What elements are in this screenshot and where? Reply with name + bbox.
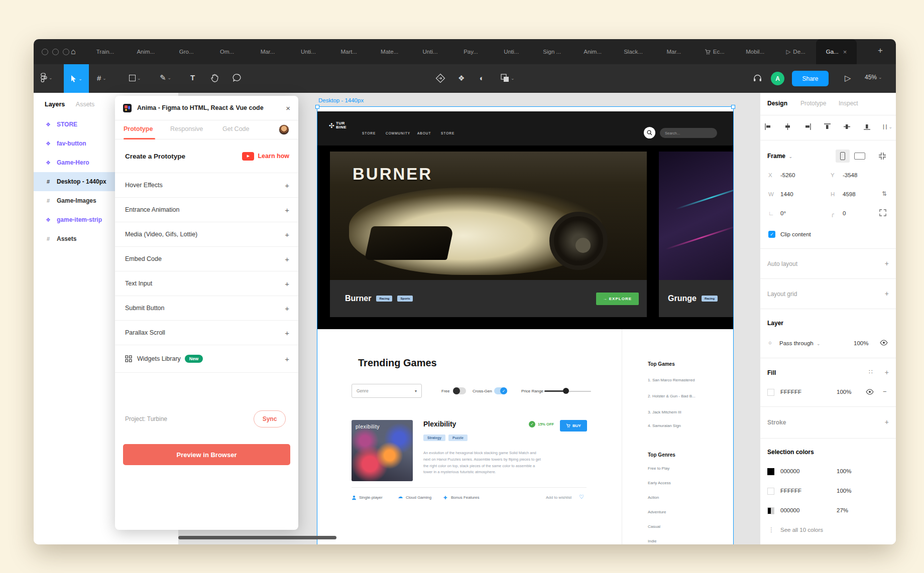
- tab-responsive[interactable]: Responsive: [170, 125, 203, 132]
- top-game-item[interactable]: 3. Jack Mitchem III: [648, 410, 681, 414]
- top-game-item[interactable]: 4. Samuraian Sign: [648, 423, 681, 428]
- align-top-icon[interactable]: [824, 123, 831, 130]
- feature-row[interactable]: Submit Button+: [115, 296, 298, 321]
- design-frame[interactable]: ✣ TURBINE STORE COMMUNITY ABOUT STORE Se…: [317, 107, 733, 544]
- explore-button[interactable]: → EXPLORE: [596, 293, 639, 305]
- align-v-center-icon[interactable]: [843, 123, 851, 130]
- doc-tab[interactable]: Gro...: [166, 39, 207, 64]
- align-h-center-icon[interactable]: [784, 123, 791, 130]
- selection-color-swatch[interactable]: [767, 488, 774, 495]
- frame-tool[interactable]: #⌄: [97, 74, 106, 82]
- share-button[interactable]: Share: [792, 71, 829, 86]
- blend-mode-icon[interactable]: ○: [768, 340, 772, 346]
- fill-styles-icon[interactable]: ∷: [869, 368, 873, 375]
- plus-icon[interactable]: +: [285, 304, 289, 313]
- fill-hex-value[interactable]: FFFFFF: [780, 389, 801, 395]
- feature-row[interactable]: Hover Effects+: [115, 173, 298, 198]
- doc-tab[interactable]: ▷De...: [775, 39, 816, 64]
- top-genre-item[interactable]: Indie: [648, 539, 656, 543]
- plus-icon[interactable]: +: [285, 329, 289, 337]
- selection-color-hex[interactable]: FFFFFF: [780, 488, 801, 494]
- move-tool-active[interactable]: ⌄: [64, 64, 89, 93]
- blend-mode-select[interactable]: Pass through ⌄: [779, 340, 821, 346]
- plus-icon[interactable]: +: [285, 206, 289, 214]
- add-layout-grid-icon[interactable]: +: [885, 290, 889, 298]
- add-fill-icon[interactable]: +: [885, 368, 889, 376]
- remove-fill-icon[interactable]: −: [883, 388, 887, 395]
- doc-tab[interactable]: Om...: [207, 39, 248, 64]
- tag-racing[interactable]: Racing: [376, 296, 392, 302]
- zoom-menu[interactable]: 45%⌄: [865, 74, 882, 81]
- plus-icon[interactable]: +: [285, 355, 289, 363]
- widgets-library-row[interactable]: Widgets Library New +: [115, 345, 298, 373]
- home-icon[interactable]: ⌂: [71, 47, 76, 57]
- top-genre-item[interactable]: Action: [648, 495, 659, 500]
- tab-get-code[interactable]: Get Code: [222, 125, 250, 132]
- selection-color-swatch[interactable]: [767, 507, 774, 514]
- hero-card-grunge[interactable]: G Grunge Racing: [659, 152, 733, 317]
- plus-icon[interactable]: +: [285, 279, 289, 288]
- close-window-icon[interactable]: [42, 49, 48, 55]
- feature-row[interactable]: Entrance Animation+: [115, 198, 298, 222]
- frame-section-label[interactable]: Frame ⌄: [767, 153, 792, 160]
- doc-tab[interactable]: Unti...: [288, 39, 328, 64]
- doc-tab[interactable]: Anim...: [126, 39, 166, 64]
- minimize-window-icon[interactable]: [52, 49, 59, 55]
- maximize-window-icon[interactable]: [63, 49, 69, 55]
- layer-opacity-value[interactable]: 100%: [854, 340, 868, 346]
- crossgen-toggle-on[interactable]: ✓: [494, 387, 507, 394]
- constrain-proportions-icon[interactable]: ⇅: [882, 190, 887, 197]
- nav-store[interactable]: STORE: [362, 131, 376, 135]
- audio-call-button[interactable]: [753, 73, 762, 82]
- doc-tab[interactable]: Mobil...: [735, 39, 775, 64]
- tab-layers[interactable]: Layers: [45, 101, 65, 108]
- tag-puzzle[interactable]: Puzzle: [448, 435, 468, 441]
- search-input[interactable]: Search...: [660, 128, 717, 138]
- align-bottom-icon[interactable]: [863, 123, 871, 130]
- top-genre-item[interactable]: Casual: [648, 524, 660, 529]
- create-component-button[interactable]: ❖: [458, 74, 465, 83]
- doc-tab[interactable]: Unti...: [410, 39, 450, 64]
- preview-in-browser-button[interactable]: Preview in Browser: [123, 444, 290, 465]
- doc-tab[interactable]: Slack...: [613, 39, 654, 64]
- rotation-value[interactable]: 0°: [780, 210, 786, 216]
- selection-handle[interactable]: [315, 105, 319, 109]
- top-genre-item[interactable]: Adventure: [648, 510, 666, 514]
- selection-color-hex[interactable]: 000000: [780, 468, 799, 474]
- game-title[interactable]: Plexibility: [423, 420, 456, 428]
- search-button[interactable]: [644, 127, 655, 138]
- close-plugin-icon[interactable]: ×: [286, 104, 290, 112]
- y-value[interactable]: -3548: [843, 172, 857, 178]
- free-toggle-off[interactable]: [453, 387, 466, 394]
- align-right-icon[interactable]: [804, 123, 812, 130]
- buy-button[interactable]: BUY: [560, 420, 587, 432]
- x-value[interactable]: -5260: [780, 172, 795, 178]
- top-genre-item[interactable]: Early Access: [648, 481, 671, 485]
- doc-tab[interactable]: Mar...: [248, 39, 288, 64]
- add-auto-layout-icon[interactable]: +: [885, 259, 889, 267]
- wishlist-link[interactable]: Add to wishlist: [546, 495, 571, 500]
- present-button[interactable]: ▷: [845, 73, 851, 83]
- doc-tab[interactable]: Sign ...: [532, 39, 572, 64]
- edit-object-button[interactable]: [435, 73, 445, 83]
- tab-design[interactable]: Design: [767, 100, 787, 107]
- selection-color-swatch[interactable]: [767, 468, 774, 475]
- landscape-orientation-button[interactable]: [854, 153, 865, 160]
- comment-tool[interactable]: [233, 73, 242, 82]
- text-tool[interactable]: T: [190, 73, 195, 82]
- doc-tab[interactable]: Mate...: [369, 39, 410, 64]
- doc-tab-active[interactable]: Ga...×: [816, 39, 857, 64]
- feature-row[interactable]: Embed Code+: [115, 247, 298, 271]
- distribute-icon[interactable]: | |⌄: [883, 123, 892, 129]
- new-tab-button[interactable]: +: [878, 46, 883, 56]
- corner-radius-value[interactable]: 0: [843, 210, 846, 216]
- feature-row[interactable]: Media (Video, Gifs, Lottie)+: [115, 222, 298, 247]
- tab-inspect[interactable]: Inspect: [839, 100, 858, 107]
- plus-icon[interactable]: +: [285, 230, 289, 239]
- independent-corners-icon[interactable]: [879, 209, 886, 216]
- tab-prototype[interactable]: Prototype: [124, 125, 153, 132]
- tag-strategy[interactable]: Strategy: [423, 435, 445, 441]
- see-all-colors-link[interactable]: See all 10 colors: [780, 527, 823, 533]
- hero-card-burner[interactable]: BURNER Burner Racing Sports → EXPLORE: [330, 152, 647, 317]
- fill-opacity-value[interactable]: 100%: [837, 389, 851, 395]
